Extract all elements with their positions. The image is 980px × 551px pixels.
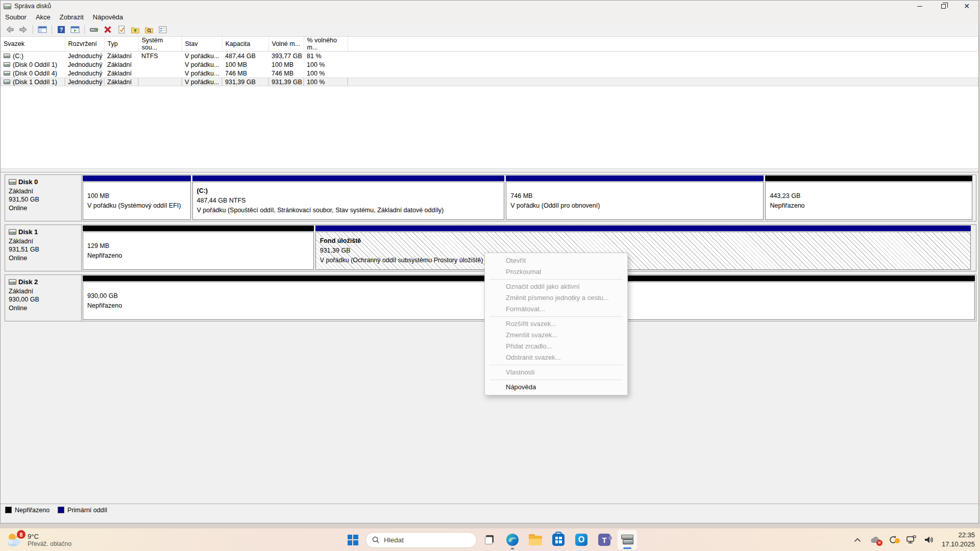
toolbar-delete-volume-icon[interactable]: [102, 23, 114, 36]
edge-button[interactable]: [502, 530, 523, 550]
context-menu-item-napoveda[interactable]: Nápověda: [485, 382, 627, 393]
context-menu-item-otevrit: Otevřít: [485, 255, 627, 266]
task-view-button[interactable]: [479, 530, 500, 550]
context-menu-item-zmensit-svazek: Zmenšit svazek...: [485, 330, 627, 341]
column-header[interactable]: % volného m...: [304, 37, 348, 52]
disk-name: Disk 0: [18, 178, 38, 187]
search-icon: [372, 536, 379, 543]
partition-size: 443,23 GB: [770, 191, 968, 201]
table-row[interactable]: (Disk 1 Oddíl 1)JednoduchýZákladníV pořá…: [1, 78, 978, 86]
toolbar-console-tree-icon[interactable]: [36, 23, 48, 36]
restore-button[interactable]: [932, 1, 955, 12]
outlook-button[interactable]: O: [571, 530, 592, 550]
table-row[interactable]: (C:)JednoduchýZákladníNTFSV pořádku...48…: [1, 52, 978, 61]
pane-splitter[interactable]: [1, 168, 978, 172]
weather-temperature: 9°C: [28, 533, 71, 540]
volume-cell: 393,77 GB: [268, 52, 304, 61]
partition-unallocated[interactable]: 100 MBV pořádku (Systémový oddíl EFI): [83, 176, 191, 220]
table-row[interactable]: (Disk 0 Oddíl 4)JednoduchýZákladníV pořá…: [1, 69, 978, 78]
start-button[interactable]: [342, 530, 363, 550]
disk-status: Online: [9, 304, 78, 313]
disk-management-taskbar-button[interactable]: [617, 530, 638, 550]
menu-soubor[interactable]: Soubor: [1, 12, 31, 22]
filler-cell: [348, 78, 978, 86]
onedrive-error-icon[interactable]: ✕: [870, 535, 880, 545]
column-header[interactable]: Svazek: [1, 37, 65, 52]
partition-unallocated[interactable]: 443,23 GBNepřiřazeno: [765, 176, 972, 220]
column-header[interactable]: Kapacita: [222, 37, 268, 52]
context-menu-item-prozkoumat: Prozkoumat: [485, 266, 627, 278]
toolbar-check-doc-icon[interactable]: [115, 23, 128, 36]
outlook-icon: O: [575, 534, 587, 546]
disk-size: 931,51 GB: [9, 245, 78, 254]
partition-status: V pořádku (Oddíl pro obnovení): [510, 201, 759, 211]
search-input[interactable]: Hledat: [365, 532, 477, 548]
network-ethernet-icon[interactable]: [906, 535, 916, 545]
menu-bar: SouborAkceZobrazitNápověda: [1, 12, 978, 22]
toolbar-help-icon[interactable]: ?: [55, 23, 67, 36]
titlebar: Správa disků ✕: [1, 1, 978, 12]
column-header[interactable]: Systém sou...: [138, 37, 182, 52]
legend-bar: NepřiřazenoPrimární oddíl: [1, 504, 978, 516]
partition-label: (C:): [197, 186, 500, 196]
volume-icon: [4, 62, 10, 67]
partition-fondloit[interactable]: Fond úložiště931,39 GBV pořádku (Ochrann…: [315, 226, 971, 270]
volume-cell: [138, 78, 182, 86]
table-row[interactable]: (Disk 0 Oddíl 1)JednoduchýZákladníV pořá…: [1, 60, 978, 69]
disk-size: 930,00 GB: [9, 295, 78, 304]
toolbar-separator: [33, 25, 33, 34]
partition-context-menu: OtevřítProzkoumatOznačit oddíl jako akti…: [484, 253, 628, 395]
volume-icon: [4, 80, 10, 84]
toolbar-folder-up-icon[interactable]: [129, 23, 141, 36]
menu-napoveda[interactable]: Nápověda: [88, 12, 128, 22]
toolbar-action-pane-icon[interactable]: [69, 23, 81, 36]
partition-color-stripe: [192, 176, 505, 181]
volume-cell: 81 %: [304, 52, 348, 61]
disk-header-disk0[interactable]: Disk 0Základní931,50 GBOnline: [5, 175, 82, 221]
column-header[interactable]: Typ: [104, 37, 138, 52]
volumes-list-pane: SvazekRozvrženíTypSystém sou...StavKapac…: [1, 37, 978, 168]
partition-unallocated[interactable]: 746 MBV pořádku (Oddíl pro obnovení): [506, 176, 764, 220]
active-app-indicator: [623, 547, 631, 549]
toolbar-back-icon[interactable]: [4, 23, 16, 36]
partition-color-stripe: [83, 176, 191, 181]
volume-cell: Základní: [104, 60, 138, 69]
disk-header-disk2[interactable]: Disk 2Základní930,00 GBOnline: [5, 275, 82, 321]
microsoft-store-button[interactable]: [548, 530, 569, 550]
teams-button[interactable]: T: [594, 530, 615, 550]
partition-c[interactable]: (C:)487,44 GB NTFSV pořádku (Spouštěcí o…: [192, 176, 505, 220]
update-restart-icon[interactable]: [888, 535, 898, 545]
partition-info-box: 746 MBV pořádku (Oddíl pro obnovení): [506, 182, 764, 220]
disk-row: Disk 0Základní931,50 GBOnline100 MBV poř…: [5, 174, 976, 221]
minimize-button[interactable]: [908, 1, 932, 12]
filler-cell: [348, 60, 978, 69]
disk-status: Online: [9, 204, 78, 213]
weather-widget[interactable]: 8 9°C Převáž. oblačno: [5, 529, 71, 551]
onedrive-error-badge: ✕: [876, 540, 883, 546]
tray-chevron-up-icon[interactable]: [852, 535, 863, 545]
column-header[interactable]: Stav: [182, 37, 222, 52]
volume-cell: 100 %: [304, 78, 348, 86]
disk-icon: [9, 229, 16, 235]
toolbar-disk-tool-icon[interactable]: [88, 23, 100, 36]
volume-name-cell: (Disk 0 Oddíl 1): [1, 60, 65, 69]
column-header[interactable]: Volné m...: [268, 37, 304, 52]
file-explorer-button[interactable]: [525, 530, 546, 550]
disk-header-disk1[interactable]: Disk 1Základní931,51 GBOnline: [5, 225, 82, 271]
menu-zobrazit[interactable]: Zobrazit: [55, 12, 88, 22]
disk-size: 931,50 GB: [9, 195, 78, 204]
clock[interactable]: 22:35 17.10.2025: [942, 531, 975, 548]
disk-name: Disk 1: [18, 228, 38, 237]
toolbar-forward-icon[interactable]: [17, 23, 30, 36]
toolbar-view-list-icon[interactable]: [157, 23, 169, 36]
close-button[interactable]: ✕: [955, 1, 978, 12]
disk-status: Online: [9, 254, 78, 263]
column-header[interactable]: Rozvržení: [65, 37, 104, 52]
legend-label: Nepřiřazeno: [15, 507, 50, 514]
toolbar-folder-search-icon[interactable]: [143, 23, 155, 36]
partition-unallocated[interactable]: 129 MBNepřiřazeno: [83, 226, 314, 270]
partition-color-stripe: [765, 176, 972, 181]
volume-icon[interactable]: [924, 535, 934, 545]
menu-akce[interactable]: Akce: [31, 12, 55, 22]
toolbar-separator: [84, 25, 85, 34]
